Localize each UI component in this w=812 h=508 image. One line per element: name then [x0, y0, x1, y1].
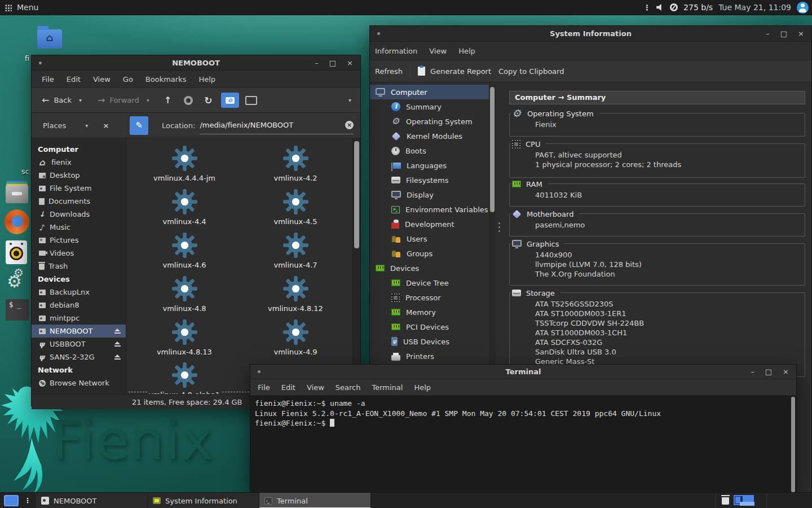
back-arrow-icon[interactable]: ←: [42, 95, 49, 106]
sysinfo-titlebar[interactable]: System Information – □ ×: [370, 26, 811, 42]
sidebar-item-sans-2-32g[interactable]: SANS-2-32G: [32, 351, 126, 364]
workspace-pager[interactable]: [734, 495, 756, 506]
tree-item-languages[interactable]: Languages: [370, 158, 489, 173]
menu-help[interactable]: Help: [458, 47, 475, 55]
sidebar-item-browse-network[interactable]: Browse Network: [32, 376, 126, 389]
file-item[interactable]: vmlinux-4.2: [242, 146, 349, 182]
sidebar-item-nemoboot[interactable]: NEMOBOOT: [32, 325, 126, 338]
tree-item-memory[interactable]: Memory: [370, 305, 489, 319]
media-player-icon[interactable]: [6, 240, 27, 264]
tree-item-boots[interactable]: Boots: [370, 143, 489, 158]
sysinfo-tree-scrollbar[interactable]: [489, 85, 496, 366]
home-folder-desktop-icon[interactable]: [37, 29, 62, 49]
sidebar-item-file-system[interactable]: File System: [32, 182, 126, 195]
tree-item-processor[interactable]: Processor: [370, 290, 489, 305]
tree-item-kernel-modules[interactable]: Kernel Modules: [370, 129, 489, 143]
tree-item-pci-devices[interactable]: PCI Devices: [370, 319, 489, 334]
file-item[interactable]: vmlinux.4.4.4-jm: [131, 146, 238, 182]
terminal-titlebar[interactable]: Terminal – □ ×: [250, 365, 796, 379]
menu-search[interactable]: Search: [336, 383, 361, 392]
computer-view-toggle[interactable]: [242, 93, 260, 108]
menu-terminal[interactable]: Terminal: [372, 383, 403, 392]
firefox-icon[interactable]: [5, 209, 29, 234]
file-area-scrollbar[interactable]: [352, 138, 360, 394]
menu-edit[interactable]: Edit: [67, 75, 81, 84]
tree-item-computer[interactable]: Computer: [370, 85, 489, 99]
network-icon[interactable]: [670, 3, 678, 11]
task-nemoboot[interactable]: NEMOBOOT: [36, 493, 148, 508]
sidebar-item-backuplnx[interactable]: BackupLnx: [32, 286, 126, 299]
close-button[interactable]: ×: [798, 30, 804, 37]
forward-chevron-icon[interactable]: ▾: [147, 97, 149, 103]
eject-icon[interactable]: [114, 341, 121, 347]
menu-bookmarks[interactable]: Bookmarks: [145, 75, 187, 84]
tree-item-display[interactable]: Display: [370, 187, 489, 202]
file-item[interactable]: vmlinux-4.7: [242, 233, 349, 269]
minimize-button[interactable]: –: [751, 368, 754, 375]
back-button[interactable]: Back: [54, 96, 72, 104]
back-chevron-icon[interactable]: ▾: [79, 97, 82, 103]
sidebar-item-pictures[interactable]: Pictures: [32, 234, 126, 247]
sidebar-item-desktop[interactable]: Desktop: [32, 169, 126, 182]
file-item[interactable]: vmlinux-4.4: [131, 189, 238, 226]
sidebar-item-mintppc[interactable]: mintppc: [32, 312, 126, 325]
menu-view[interactable]: View: [93, 75, 111, 84]
tree-item-environment-variables[interactable]: Environment Variables: [370, 202, 489, 217]
volume-icon[interactable]: [656, 4, 664, 11]
eject-icon[interactable]: [114, 354, 121, 360]
copy-to-clipboard-button[interactable]: Copy to Clipboard: [498, 67, 564, 76]
menu-help[interactable]: Help: [414, 383, 431, 392]
places-selector[interactable]: Places: [43, 121, 66, 130]
sidebar-item-videos[interactable]: Videos: [32, 247, 126, 260]
tree-item-groups[interactable]: Groups: [370, 246, 489, 261]
minimize-button[interactable]: –: [315, 59, 319, 67]
clear-location-icon[interactable]: ×: [345, 121, 354, 129]
window-menu-dot-icon[interactable]: [39, 62, 42, 64]
archive-app-icon[interactable]: [6, 185, 28, 203]
close-button[interactable]: ×: [783, 368, 789, 375]
menu-grid-icon[interactable]: [5, 4, 12, 11]
menu-edit[interactable]: Edit: [281, 383, 295, 392]
tree-item-operating-system[interactable]: Operating System: [370, 114, 489, 129]
refresh-button[interactable]: Refresh: [375, 67, 403, 76]
edit-location-button[interactable]: ✎: [130, 116, 148, 135]
nemo-titlebar[interactable]: NEMOBOOT – □ ×: [32, 55, 360, 71]
window-menu-dot-icon[interactable]: [377, 32, 380, 35]
maximize-button[interactable]: □: [329, 59, 336, 67]
menu-go[interactable]: Go: [123, 75, 133, 84]
menu-file[interactable]: File: [258, 383, 270, 392]
pane-splitter-handle[interactable]: [498, 222, 500, 232]
tree-item-users[interactable]: Users: [370, 231, 489, 246]
file-item[interactable]: vmlinux-4.8.13: [131, 319, 238, 356]
show-desktop-button[interactable]: [4, 495, 19, 506]
sidebar-item-trash[interactable]: Trash: [32, 260, 126, 273]
sidebar-item-debian8[interactable]: debian8: [32, 299, 126, 312]
tree-item-development[interactable]: Development: [370, 217, 489, 231]
menu-file[interactable]: File: [42, 75, 54, 84]
file-item[interactable]: vmlinux-4.6: [131, 233, 238, 269]
forward-button[interactable]: Forward: [109, 96, 139, 104]
file-item[interactable]: vmlinux-4.8: [131, 276, 238, 313]
menu-view[interactable]: View: [429, 47, 447, 55]
file-item[interactable]: vmlinux-4.9: [242, 319, 349, 356]
minimize-button[interactable]: –: [766, 30, 770, 37]
window-menu-dot-icon[interactable]: [258, 370, 261, 373]
file-item[interactable]: vmlinux-4.5: [242, 189, 349, 226]
places-chevron-icon[interactable]: ▾: [85, 122, 88, 129]
up-icon[interactable]: ↑: [164, 95, 171, 106]
forward-arrow-icon[interactable]: →: [98, 95, 105, 106]
task-terminal[interactable]: Terminal: [259, 493, 371, 508]
close-button[interactable]: ×: [347, 59, 353, 67]
location-input[interactable]: /media/fienix/NEMOBOOT ×: [200, 117, 354, 134]
tree-item-devices[interactable]: Devices: [370, 261, 489, 275]
menu-information[interactable]: Information: [375, 47, 417, 55]
places-close-icon[interactable]: ×: [103, 121, 109, 130]
icon-view-toggle[interactable]: [221, 93, 239, 108]
task-system-information[interactable]: System Information: [148, 493, 259, 508]
sidebar-item-music[interactable]: Music: [32, 221, 126, 234]
refresh-icon[interactable]: ↻: [204, 95, 212, 106]
menu-button[interactable]: Menu: [17, 3, 38, 12]
sidebar-item-fienix[interactable]: fienix: [32, 156, 126, 169]
sidebar-item-documents[interactable]: Documents: [32, 195, 126, 208]
generate-report-button[interactable]: Generate Report: [430, 67, 491, 76]
